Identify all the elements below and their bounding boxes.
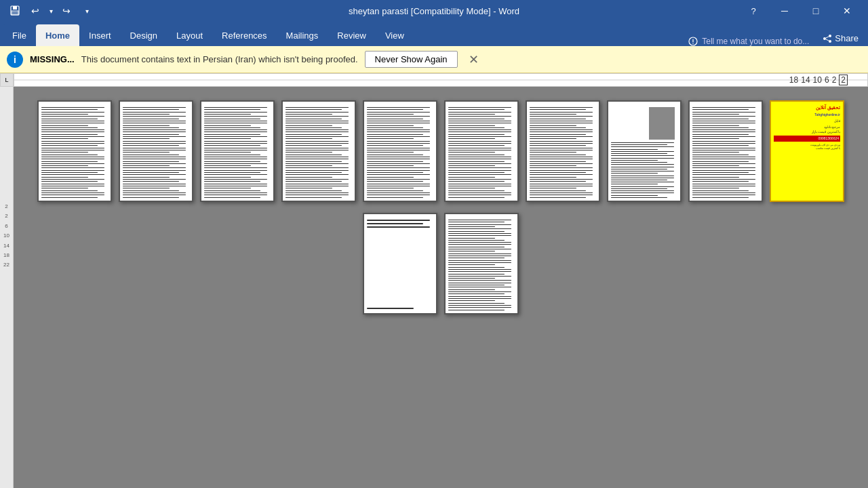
- undo-dropdown-button[interactable]: ▾: [46, 1, 56, 20]
- page-thumb-6[interactable]: [444, 100, 519, 202]
- tab-review[interactable]: Review: [328, 24, 376, 46]
- close-button[interactable]: ✕: [831, 0, 863, 22]
- share-label: Share: [835, 33, 859, 43]
- svg-rect-1: [13, 6, 17, 9]
- page-thumb-4[interactable]: [281, 100, 356, 202]
- vertical-ruler: 2 2 6 10 14 18 22: [0, 87, 14, 488]
- ruler-area: L 18 14 10 6 2 2: [0, 73, 868, 87]
- page-thumb-2[interactable]: [119, 100, 193, 202]
- svg-line-8: [826, 36, 829, 37]
- zoom-ruler-numbers: 18 14 10 6 2 2: [789, 75, 848, 85]
- page-thumb-1[interactable]: [37, 100, 112, 202]
- page-thumb-7[interactable]: [526, 100, 600, 202]
- page-thumb-8[interactable]: [607, 100, 682, 202]
- svg-point-6: [823, 37, 826, 40]
- page-thumb-12[interactable]: [444, 213, 519, 314]
- redo-button[interactable]: ↪: [57, 1, 76, 20]
- tab-file[interactable]: File: [3, 24, 36, 46]
- page-thumb-3[interactable]: [200, 100, 275, 202]
- title-bar: ↩ ▾ ↪ ▾ sheytan parasti [Compatibility M…: [0, 0, 868, 22]
- never-show-again-button[interactable]: Never Show Again: [365, 51, 458, 68]
- pages-container: تحقیق آنلاین Tahghighonline.ir فایل مرجع…: [14, 87, 868, 488]
- tab-home[interactable]: Home: [36, 24, 79, 46]
- tab-design[interactable]: Design: [121, 24, 167, 46]
- tell-me-text: Tell me what you want to do...: [702, 37, 809, 46]
- help-button[interactable]: ?: [738, 0, 769, 22]
- svg-line-9: [826, 39, 829, 40]
- page-thumb-9[interactable]: [688, 100, 763, 202]
- pages-row-2: [363, 213, 519, 314]
- page-thumb-11[interactable]: [363, 213, 437, 314]
- content-with-sidebar: 2 2 6 10 14 18 22: [0, 87, 868, 488]
- svg-rect-2: [12, 11, 18, 15]
- svg-point-7: [829, 40, 831, 43]
- tell-me-bar[interactable]: Tell me what you want to do...: [682, 37, 816, 46]
- notification-bar: i MISSING... This document contains text…: [0, 46, 868, 73]
- tab-mailings[interactable]: Mailings: [277, 24, 328, 46]
- tab-view[interactable]: View: [376, 24, 414, 46]
- quick-access-toolbar: ↩ ▾ ↪ ▾: [5, 1, 96, 20]
- share-button[interactable]: Share: [816, 30, 865, 46]
- customize-qat-button[interactable]: ▾: [77, 1, 96, 20]
- maximize-button[interactable]: □: [800, 0, 831, 22]
- notification-close-button[interactable]: ✕: [465, 52, 483, 67]
- main-content: L 18 14 10 6 2 2 2 2 6 10 14 18 22: [0, 73, 868, 488]
- minimize-button[interactable]: ─: [769, 0, 800, 22]
- save-button[interactable]: [5, 1, 24, 20]
- window-title: sheytan parasti [Compatibility Mode] - W…: [349, 6, 519, 16]
- notification-message: This document contains text in Persian (…: [81, 54, 358, 64]
- tab-layout[interactable]: Layout: [167, 24, 212, 46]
- missing-label: MISSING...: [30, 54, 75, 64]
- pages-row-1: تحقیق آنلاین Tahghighonline.ir فایل مرجع…: [37, 100, 844, 202]
- horizontal-ruler: [14, 73, 868, 87]
- page-thumb-5[interactable]: [363, 100, 437, 202]
- undo-button[interactable]: ↩: [26, 1, 45, 20]
- tab-references[interactable]: References: [212, 24, 276, 46]
- ribbon-tabs: File Home Insert Design Layout Reference…: [0, 22, 868, 46]
- tab-insert[interactable]: Insert: [79, 24, 121, 46]
- page-thumb-10[interactable]: تحقیق آنلاین Tahghighonline.ir فایل مرجع…: [770, 100, 844, 202]
- svg-point-5: [829, 35, 831, 37]
- notification-icon: i: [7, 52, 23, 68]
- document-area[interactable]: تحقیق آنلاین Tahghighonline.ir فایل مرجع…: [14, 87, 868, 488]
- ruler-corner-button[interactable]: L: [0, 73, 14, 87]
